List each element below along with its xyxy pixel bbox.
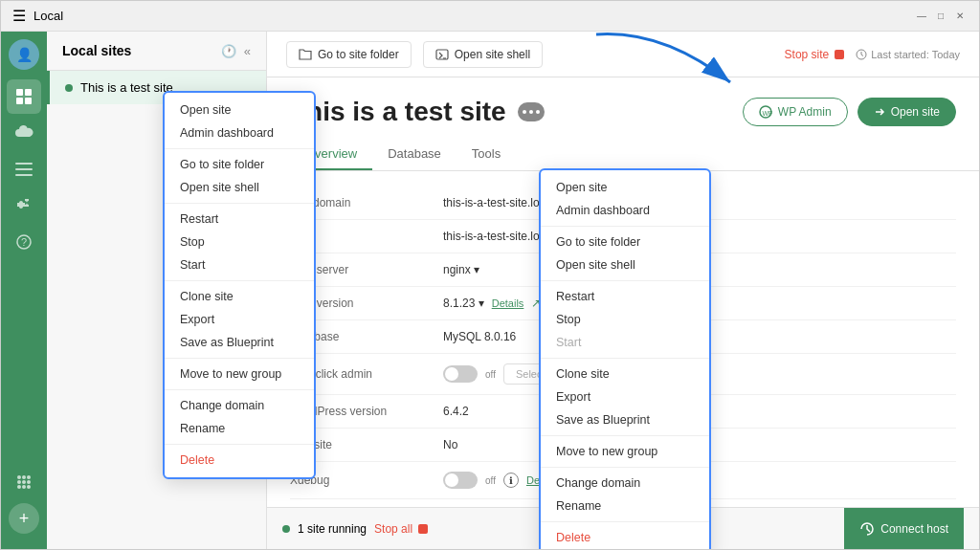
sidebar-item-apps[interactable] <box>7 465 41 499</box>
rctx-divider-1 <box>541 226 709 227</box>
main-layout: 👤 ? <box>1 32 979 549</box>
ctx-restart[interactable]: Restart <box>165 208 314 231</box>
app-window: ☰ Local — □ ✕ 👤 <box>0 0 980 550</box>
rctx-restart[interactable]: Restart <box>541 285 709 308</box>
rctx-save-blueprint[interactable]: Save as Blueprint <box>541 408 709 431</box>
tab-tools[interactable]: Tools <box>457 139 516 170</box>
maximize-button[interactable]: □ <box>933 9 948 24</box>
site-title: This is a test site <box>290 97 506 127</box>
action-buttons: WP WP Admin Open site <box>743 98 956 126</box>
tab-database[interactable]: Database <box>372 139 457 170</box>
open-shell-button[interactable]: Open site shell <box>423 41 543 68</box>
rctx-go-to-folder[interactable]: Go to site folder <box>541 231 709 253</box>
ctx-divider-1 <box>165 148 314 149</box>
svg-point-14 <box>27 480 31 484</box>
bottom-bar-left: 1 site running Stop all <box>282 522 428 536</box>
running-status-dot <box>282 525 290 533</box>
sidebar-item-list[interactable] <box>7 152 41 187</box>
one-click-admin-toggle[interactable] <box>443 365 478 383</box>
minimize-button[interactable]: — <box>914 9 929 24</box>
field-value-php-version: 8.1.23 ▾ Details ↗ <box>443 297 541 310</box>
svg-point-15 <box>17 485 21 489</box>
sidebar-item-help[interactable]: ? <box>7 225 41 259</box>
avatar[interactable]: 👤 <box>9 39 39 70</box>
connect-host-button[interactable]: Connect host <box>844 508 964 550</box>
svg-rect-0 <box>16 89 23 96</box>
ctx-go-to-folder[interactable]: Go to site folder <box>165 153 314 176</box>
ctx-divider-6 <box>165 444 314 445</box>
stop-all-icon <box>418 524 428 534</box>
svg-rect-18 <box>436 50 448 59</box>
ctx-open-site[interactable]: Open site <box>165 99 314 121</box>
go-to-folder-button[interactable]: Go to site folder <box>286 41 412 68</box>
rctx-divider-5 <box>541 467 709 468</box>
blue-arrow-annotation <box>587 32 740 101</box>
go-to-folder-label: Go to site folder <box>318 48 399 61</box>
open-shell-label: Open site shell <box>455 48 530 61</box>
rctx-change-domain[interactable]: Change domain <box>541 472 709 495</box>
svg-point-16 <box>22 485 26 489</box>
menu-dot-2 <box>529 110 533 114</box>
svg-point-11 <box>27 475 31 479</box>
field-value-wp-version: 6.4.2 <box>443 405 469 418</box>
ctx-delete[interactable]: Delete <box>165 449 314 472</box>
xdebug-toggle[interactable] <box>443 472 478 489</box>
titlebar-controls: — □ ✕ <box>914 9 968 24</box>
field-value-database: MySQL 8.0.16 <box>443 330 516 343</box>
rctx-divider-6 <box>541 521 709 522</box>
rctx-delete[interactable]: Delete <box>541 526 709 549</box>
sidebar-top: 👤 ? <box>7 39 41 461</box>
svg-rect-4 <box>15 163 33 165</box>
rctx-move-group[interactable]: Move to new group <box>541 440 709 463</box>
ctx-open-shell[interactable]: Open site shell <box>165 176 314 199</box>
svg-point-17 <box>27 485 31 489</box>
clock-icon[interactable]: 🕐 <box>221 44 236 58</box>
sidebar-item-puzzle[interactable] <box>7 188 41 223</box>
sidebar-bottom: + <box>7 465 41 541</box>
rctx-rename[interactable]: Rename <box>541 495 709 517</box>
toggle-off-label: off <box>485 369 496 380</box>
site-menu-button[interactable] <box>518 102 545 121</box>
rctx-open-shell[interactable]: Open site shell <box>541 253 709 276</box>
rctx-admin-dashboard[interactable]: Admin dashboard <box>541 199 709 222</box>
add-site-button[interactable]: + <box>9 503 39 534</box>
open-site-button[interactable]: Open site <box>858 98 956 126</box>
collapse-icon[interactable]: « <box>244 44 251 58</box>
svg-text:?: ? <box>21 236 27 248</box>
field-value-web-server: nginx ▾ <box>443 263 479 276</box>
web-server-select[interactable]: nginx ▾ <box>443 263 479 276</box>
sites-panel: Local sites 🕐 « This is a test site Open… <box>47 32 267 549</box>
php-details-link[interactable]: Details <box>492 297 524 309</box>
wp-admin-button[interactable]: WP WP Admin <box>743 98 848 126</box>
rctx-open-site[interactable]: Open site <box>541 176 709 199</box>
ctx-clone-site[interactable]: Clone site <box>165 285 314 308</box>
close-button[interactable]: ✕ <box>952 9 968 24</box>
svg-rect-5 <box>15 168 33 170</box>
ctx-change-domain[interactable]: Change domain <box>165 394 314 417</box>
ctx-admin-dashboard[interactable]: Admin dashboard <box>165 121 314 144</box>
ctx-move-group[interactable]: Move to new group <box>165 363 314 385</box>
stop-site-button[interactable]: Stop site <box>785 48 845 61</box>
hamburger-icon[interactable]: ☰ <box>12 7 26 25</box>
sites-panel-title: Local sites <box>62 43 131 58</box>
ctx-save-blueprint[interactable]: Save as Blueprint <box>165 331 314 354</box>
rctx-start: Start <box>541 331 709 354</box>
ctx-start[interactable]: Start <box>165 253 314 276</box>
ctx-divider-4 <box>165 358 314 359</box>
sites-panel-actions: 🕐 « <box>221 44 251 58</box>
ctx-rename[interactable]: Rename <box>165 417 314 440</box>
stop-all-button[interactable]: Stop all <box>374 522 428 536</box>
sidebar-item-sites[interactable] <box>7 79 41 114</box>
site-status-dot <box>65 84 73 92</box>
ctx-export[interactable]: Export <box>165 308 314 331</box>
last-started-label: Last started: Today <box>871 49 960 60</box>
left-context-menu: Open site Admin dashboard Go to site fol… <box>163 91 316 479</box>
php-version-select[interactable]: 8.1.23 ▾ <box>443 297 484 310</box>
stop-site-icon <box>835 50 844 59</box>
rctx-export[interactable]: Export <box>541 385 709 408</box>
rctx-stop[interactable]: Stop <box>541 308 709 331</box>
ctx-stop[interactable]: Stop <box>165 231 314 253</box>
xdebug-info-icon[interactable]: ℹ <box>503 473 519 488</box>
rctx-clone-site[interactable]: Clone site <box>541 363 709 385</box>
sidebar-item-cloud[interactable] <box>7 116 41 150</box>
